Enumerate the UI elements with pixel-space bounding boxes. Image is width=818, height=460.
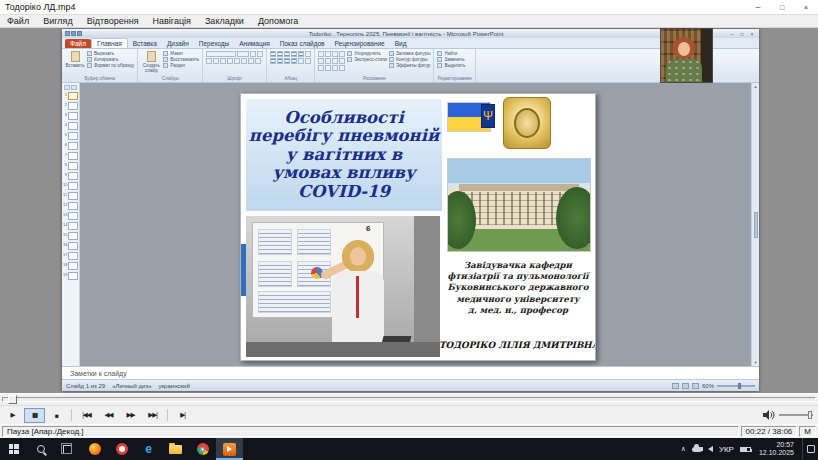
replace-button: Заменить — [437, 57, 465, 62]
reset-button: Восстановить — [163, 57, 199, 62]
menu-navigation[interactable]: Навігація — [146, 16, 198, 26]
copy-button: Копировать — [87, 57, 134, 62]
arrange-button: Упорядочить — [347, 51, 387, 56]
taskbar-app-explorer[interactable] — [162, 438, 189, 460]
slide-title-line: COVID-19 — [246, 183, 442, 201]
group-slides: Создать слайд Макет Восстановить Раздел … — [138, 49, 203, 82]
taskbar-app-media-player[interactable] — [216, 438, 243, 460]
player-title: Тодоріко ЛД.mp4 — [0, 2, 746, 12]
tab-design: Дизайн — [162, 39, 194, 48]
taskbar: e ∧ УКР 20:57 12.10.2025 — [0, 438, 818, 460]
slide-thumbnail: 8 — [63, 162, 78, 170]
wall — [414, 216, 440, 357]
tab-transitions: Переходы — [194, 39, 235, 48]
firefox-icon — [89, 443, 101, 455]
pause-button[interactable]: ▮▮ — [24, 408, 45, 423]
redo-icon — [77, 31, 82, 36]
search-icon — [37, 445, 45, 453]
forward-button[interactable]: ▶▶ — [120, 408, 141, 423]
university-building-photo — [447, 158, 591, 252]
desk — [246, 342, 440, 357]
edge-icon: e — [145, 443, 152, 455]
ppt-window-buttons: ─ □ × — [727, 31, 759, 37]
quick-styles-icon — [347, 57, 352, 62]
tab-view: Вид — [390, 39, 412, 48]
windows-logo-icon — [9, 444, 19, 454]
taskbar-clock[interactable]: 20:57 12.10.2025 — [757, 441, 796, 458]
playback-status: Пауза [Апар./Декод.] — [2, 426, 739, 437]
layout-button: Макет — [163, 51, 199, 56]
play-button[interactable]: ▶ — [2, 408, 23, 423]
notification-center-button[interactable] — [802, 438, 818, 460]
taskbar-app-chrome[interactable] — [189, 438, 216, 460]
notes-pane: Заметки к слайду — [62, 366, 759, 379]
minimize-button[interactable]: ─ — [746, 0, 770, 14]
maximize-button[interactable]: □ — [770, 0, 794, 14]
slide-thumbnail: 1 — [63, 92, 78, 100]
menu-bookmarks[interactable]: Закладки — [198, 16, 251, 26]
ppt-titlebar: Todoriko , Тернопіль 2025, Пневмонії і в… — [62, 29, 759, 38]
powerpoint-window: Todoriko , Тернопіль 2025, Пневмонії і в… — [62, 29, 759, 391]
volume-handle[interactable] — [808, 411, 812, 419]
menu-playback[interactable]: Відтворення — [80, 16, 146, 26]
chrome-icon — [197, 443, 209, 455]
rewind-button[interactable]: ◀◀ — [98, 408, 119, 423]
battery-icon[interactable] — [740, 447, 751, 452]
slide-thumbnail: 17 — [63, 252, 78, 260]
ppt-close-icon: × — [747, 31, 757, 37]
volume-icon[interactable] — [763, 410, 775, 420]
menu-file[interactable]: Файл — [0, 16, 36, 26]
normal-view-icon — [672, 383, 679, 389]
skip-back-button[interactable]: |◀◀ — [76, 408, 97, 423]
skip-forward-button[interactable]: ▶▶| — [142, 408, 163, 423]
affiliation-text: Завідувачка кафедри фтизіатрії та пульмо… — [441, 260, 595, 316]
zoom-slider — [717, 385, 755, 387]
format-painter-icon — [87, 63, 92, 68]
section-button: Раздел — [163, 63, 199, 68]
volume-slider[interactable] — [779, 414, 813, 416]
tree — [556, 187, 591, 249]
file-explorer-icon — [169, 445, 182, 454]
taskbar-app-opera[interactable] — [108, 438, 135, 460]
tray-language-indicator[interactable]: УКР — [719, 445, 734, 454]
poster-number: 6 — [366, 224, 370, 233]
slide-thumbnail: 10 — [63, 182, 78, 190]
slide-thumbnail: 11 — [63, 192, 78, 200]
layout-icon — [163, 51, 168, 56]
seek-bar[interactable] — [0, 393, 818, 405]
scroll-down-icon: ▼ — [754, 360, 758, 365]
task-view-button[interactable] — [54, 438, 81, 460]
scroll-thumb — [754, 212, 758, 238]
new-slide-button: Создать слайд — [141, 50, 161, 73]
webcam-overlay — [660, 28, 713, 83]
stop-button[interactable]: ■ — [46, 408, 67, 423]
trident-emblem: Ψ — [481, 104, 495, 128]
tab-slideshow: Показ слайдов — [275, 39, 330, 48]
slide-thumbnail: 15 — [63, 232, 78, 240]
slide-thumbnail: 19 — [63, 272, 78, 280]
tray-expand-button[interactable]: ∧ — [681, 445, 686, 453]
player-titlebar: Тодоріко ЛД.mp4 ─ □ × — [0, 0, 818, 15]
player-controls: ▶ ▮▮ ■ |◀◀ ◀◀ ▶▶ ▶▶| ▶| — [0, 405, 818, 424]
slide-thumbnail: 3 — [63, 112, 78, 120]
start-button[interactable] — [0, 438, 27, 460]
group-font: Шрифт — [203, 49, 267, 82]
tab-file: Файл — [65, 39, 91, 48]
seek-channel[interactable] — [2, 397, 816, 402]
frame-step-button[interactable]: ▶| — [172, 408, 193, 423]
menu-view[interactable]: Вигляд — [36, 16, 80, 26]
close-button[interactable]: × — [794, 0, 818, 14]
presenter-face — [350, 247, 366, 266]
format-painter-button: Формат по образцу — [87, 63, 134, 68]
group-clipboard: Вставить Вырезать Копировать Формат по о… — [62, 49, 138, 82]
menu-help[interactable]: Допомога — [251, 16, 305, 26]
video-display[interactable]: Todoriko , Тернопіль 2025, Пневмонії і в… — [0, 28, 818, 393]
taskbar-app-edge[interactable]: e — [135, 438, 162, 460]
seek-handle[interactable] — [8, 395, 17, 404]
search-button[interactable] — [27, 438, 54, 460]
webcam-person-face — [678, 42, 690, 56]
slide-thumbnail: 2 — [63, 102, 78, 110]
taskbar-app-firefox[interactable] — [81, 438, 108, 460]
player-menubar: Файл Вигляд Відтворення Навігація Заклад… — [0, 15, 818, 28]
tray-speaker-icon[interactable] — [708, 446, 713, 452]
